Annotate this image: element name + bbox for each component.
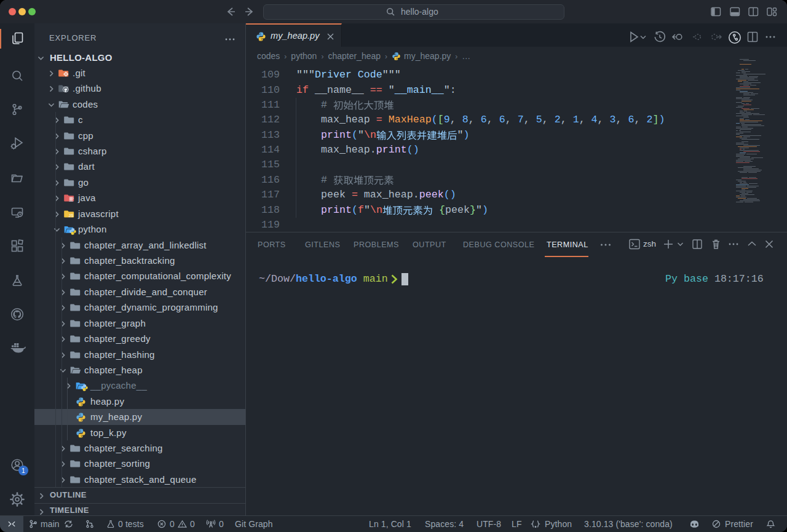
svg-text:JS: JS xyxy=(69,213,74,217)
